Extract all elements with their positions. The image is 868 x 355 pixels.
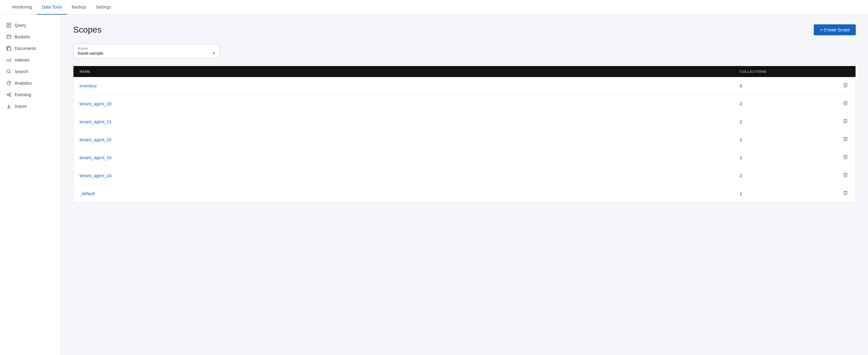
row-actions: [831, 117, 849, 126]
delete-scope-button[interactable]: [841, 153, 849, 162]
row-actions: [831, 153, 849, 162]
page-title: Scopes: [73, 25, 101, 35]
delete-scope-button[interactable]: [841, 135, 849, 144]
svg-point-4: [7, 35, 11, 36]
column-collections-header: COLLECTIONS: [740, 70, 831, 73]
import-icon: [6, 104, 11, 109]
svg-line-13: [9, 72, 11, 73]
bucket-value: travel-sample: [78, 51, 103, 56]
svg-point-12: [7, 70, 10, 72]
documents-icon: [6, 46, 11, 51]
scope-collections-count: 2: [740, 137, 831, 142]
search-icon: [6, 69, 11, 74]
top-nav-item-data-tools[interactable]: Data Tools: [37, 0, 67, 14]
scopes-table: NAME COLLECTIONS inventory6tenant_agent_…: [73, 66, 856, 203]
top-nav-item-backup[interactable]: Backup: [67, 0, 91, 14]
row-actions: [831, 99, 849, 108]
sidebar-label-eventing: Eventing: [14, 92, 31, 97]
buckets-icon: [6, 34, 11, 40]
table-header: NAME COLLECTIONS: [73, 66, 856, 77]
sidebar-label-query: Query: [14, 23, 26, 28]
scope-collections-count: 2: [740, 101, 831, 106]
row-actions: [831, 81, 849, 91]
sidebar: QueryBucketsDocumentsIndexesSearchAnalyt…: [0, 14, 61, 355]
table-row: tenant_agent_012: [73, 113, 856, 131]
table-row: tenant_agent_022: [73, 131, 856, 149]
column-actions-header: [831, 70, 849, 73]
delete-scope-button[interactable]: [841, 99, 849, 108]
delete-scope-button[interactable]: [841, 117, 849, 126]
svg-rect-6: [8, 47, 11, 51]
sidebar-item-import[interactable]: Import: [0, 101, 61, 112]
scope-name-link[interactable]: tenant_agent_04: [80, 173, 740, 178]
sidebar-label-documents: Documents: [14, 46, 36, 51]
top-nav-item-settings[interactable]: Settings: [91, 0, 116, 14]
scope-name-link[interactable]: _default: [80, 191, 740, 196]
sidebar-item-eventing[interactable]: Eventing: [0, 89, 61, 101]
delete-scope-button[interactable]: [841, 81, 849, 91]
row-actions: [831, 171, 849, 180]
dropdown-row: travel-sample ▾: [78, 51, 215, 56]
sidebar-label-import: Import: [14, 104, 27, 109]
sidebar-item-search[interactable]: Search: [0, 66, 61, 77]
indexes-icon: [6, 57, 11, 63]
top-nav-item-monitoring[interactable]: Monitoring: [7, 0, 37, 14]
table-row: tenant_agent_032: [73, 149, 856, 167]
scope-collections-count: 2: [740, 155, 831, 160]
scope-collections-count: 2: [740, 173, 831, 178]
svg-line-19: [8, 95, 9, 96]
row-actions: [831, 189, 849, 198]
table-row: _default1: [73, 185, 856, 203]
svg-line-18: [8, 94, 9, 94]
sidebar-label-search: Search: [14, 69, 28, 74]
scope-name-link[interactable]: tenant_agent_01: [80, 119, 740, 124]
sidebar-item-analytics[interactable]: Analytics: [0, 77, 61, 89]
analytics-icon: [6, 80, 11, 86]
sidebar-label-analytics: Analytics: [14, 81, 32, 85]
table-row: tenant_agent_002: [73, 95, 856, 113]
scope-name-link[interactable]: inventory: [80, 83, 740, 88]
sidebar-item-buckets[interactable]: Buckets: [0, 31, 61, 43]
scope-name-link[interactable]: tenant_agent_02: [80, 137, 740, 142]
column-name-header: NAME: [80, 70, 740, 73]
sidebar-item-indexes[interactable]: Indexes: [0, 54, 61, 66]
main-content: Scopes + Create Scope Bucket travel-samp…: [61, 14, 868, 355]
query-icon: [6, 23, 11, 28]
svg-point-15: [7, 94, 8, 95]
table-row: tenant_agent_042: [73, 167, 856, 185]
scope-collections-count: 2: [740, 119, 831, 124]
row-actions: [831, 135, 849, 144]
sidebar-item-documents[interactable]: Documents: [0, 43, 61, 54]
scope-name-link[interactable]: tenant_agent_00: [80, 101, 740, 106]
table-body: inventory6tenant_agent_002tenant_agent_0…: [73, 77, 856, 203]
eventing-icon: [6, 92, 11, 98]
scope-collections-count: 1: [740, 191, 831, 196]
scope-collections-count: 6: [740, 83, 831, 88]
sidebar-label-buckets: Buckets: [14, 34, 30, 39]
table-row: inventory6: [73, 77, 856, 95]
create-scope-button[interactable]: + Create Scope: [814, 24, 856, 35]
sidebar-item-query[interactable]: Query: [0, 20, 61, 31]
delete-scope-button[interactable]: [841, 171, 849, 180]
svg-point-16: [9, 93, 11, 94]
scope-name-link[interactable]: tenant_agent_03: [80, 155, 740, 160]
delete-scope-button[interactable]: [841, 189, 849, 198]
chevron-down-icon: ▾: [213, 51, 215, 56]
bucket-dropdown[interactable]: Bucket travel-sample ▾: [73, 44, 219, 59]
layout: QueryBucketsDocumentsIndexesSearchAnalyt…: [0, 14, 868, 355]
page-header: Scopes + Create Scope: [73, 24, 856, 35]
top-nav: MonitoringData ToolsBackupSettings: [0, 0, 868, 14]
bucket-label: Bucket: [78, 46, 215, 50]
sidebar-label-indexes: Indexes: [14, 58, 30, 62]
svg-point-17: [9, 95, 11, 97]
